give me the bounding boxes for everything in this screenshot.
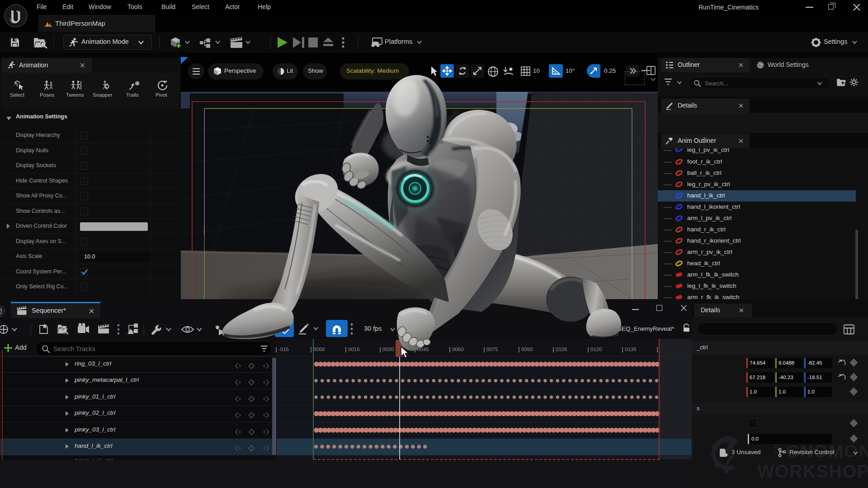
svg-text:WORKSHOP: WORKSHOP: [757, 461, 868, 481]
